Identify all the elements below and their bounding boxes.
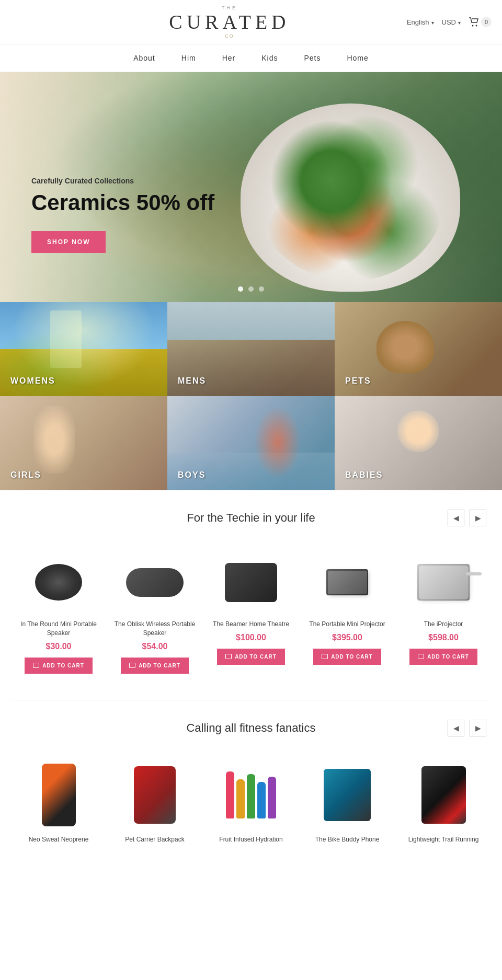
- add-to-cart-projector2[interactable]: ADD TO CART: [313, 649, 381, 665]
- add-to-cart-label-5: ADD TO CART: [427, 654, 469, 660]
- techie-next-button[interactable]: ▶: [470, 510, 486, 526]
- cart-mini-icon: [33, 663, 39, 668]
- category-mens[interactable]: MENS: [167, 302, 335, 396]
- hero-dot-2[interactable]: [248, 286, 254, 292]
- product-card-iprojector: The iProjector $598.00 ADD TO CART: [395, 546, 492, 679]
- nav-item-home[interactable]: Home: [347, 54, 368, 62]
- product-price-projector1: $100.00: [208, 633, 294, 642]
- projector1-visual: [225, 563, 277, 602]
- product-price-iprojector: $598.00: [401, 633, 486, 642]
- product-image-speaker1: [16, 551, 101, 614]
- product-price-projector2: $395.00: [304, 633, 390, 642]
- trailrunning-visual: [421, 766, 466, 824]
- category-womens[interactable]: WOMENS: [0, 302, 167, 396]
- product-card-speaker1: In The Round Mini Portable Speaker $30.0…: [10, 546, 107, 679]
- techie-products-row: In The Round Mini Portable Speaker $30.0…: [0, 535, 502, 700]
- hero-title: Ceramics 50% off: [31, 190, 214, 215]
- hero-image: [241, 103, 460, 292]
- hero-text-area: Carefully Curated Collections Ceramics 5…: [31, 177, 214, 253]
- fitness-image-neoprene: [16, 761, 101, 829]
- nav-item-about[interactable]: About: [133, 54, 155, 62]
- category-girls[interactable]: GIRLS: [0, 396, 167, 490]
- main-nav: About Him Her Kids Pets Home: [0, 44, 502, 72]
- hero-banner: Carefully Curated Collections Ceramics 5…: [0, 72, 502, 302]
- fitness-next-button[interactable]: ▶: [470, 720, 486, 736]
- logo-area: THE CURATED CO: [52, 5, 407, 39]
- logo-co: CO: [52, 33, 407, 39]
- techie-section-header: For the Techie in your life ◀ ▶: [0, 490, 502, 535]
- speaker2-visual: [126, 568, 184, 597]
- hero-dot-1[interactable]: [238, 286, 243, 292]
- nav-item-him[interactable]: Him: [181, 54, 196, 62]
- add-to-cart-iprojector[interactable]: ADD TO CART: [409, 649, 477, 665]
- category-babies[interactable]: BABIES: [335, 396, 502, 490]
- fitness-card-bikephone: The Bike Buddy Phone: [299, 756, 395, 849]
- fitness-section: Calling all fitness fanatics ◀ ▶ Neo Swe…: [0, 700, 502, 870]
- fitness-image-hydration: [208, 761, 294, 829]
- nav-item-her[interactable]: Her: [222, 54, 236, 62]
- cart-icon: [469, 17, 479, 27]
- product-card-projector2: The Portable Mini Projector $395.00 ADD …: [299, 546, 395, 679]
- fitness-section-title: Calling all fitness fanatics: [186, 721, 315, 735]
- currency-label: USD: [442, 18, 456, 26]
- fitness-section-header: Calling all fitness fanatics ◀ ▶: [0, 700, 502, 745]
- product-name-projector2: The Portable Mini Projector: [304, 620, 390, 629]
- add-to-cart-speaker1[interactable]: ADD TO CART: [25, 658, 93, 674]
- fitness-name-bikephone: The Bike Buddy Phone: [304, 835, 390, 844]
- add-to-cart-speaker2[interactable]: ADD TO CART: [121, 658, 189, 674]
- category-grid: WOMENS MENS PETS GIRLS BOYS BABIES: [0, 302, 502, 490]
- product-card-speaker2: The Oblisk Wireless Portable Speaker $54…: [107, 546, 203, 679]
- fitness-image-backpack: [112, 761, 198, 829]
- site-header: THE CURATED CO English USD 0: [0, 0, 502, 44]
- fitness-products-row: Neo Sweat Neoprene Pet Carrier Backpack …: [0, 745, 502, 870]
- shop-now-button[interactable]: SHOP NOW: [31, 231, 106, 253]
- fitness-name-trailrunning: Lightweight Trail Running: [401, 835, 486, 844]
- fitness-section-nav: ◀ ▶: [448, 720, 486, 736]
- techie-section-nav: ◀ ▶: [448, 510, 486, 526]
- add-to-cart-label-3: ADD TO CART: [235, 654, 277, 660]
- techie-prev-button[interactable]: ◀: [448, 510, 464, 526]
- category-babies-label: BABIES: [345, 470, 383, 480]
- cart-mini-icon-5: [418, 654, 424, 659]
- category-boys[interactable]: BOYS: [167, 396, 335, 490]
- fitness-card-backpack: Pet Carrier Backpack: [107, 756, 203, 849]
- fitness-image-bikephone: [304, 761, 390, 829]
- fitness-card-neoprene: Neo Sweat Neoprene: [10, 756, 107, 849]
- product-price-speaker1: $30.00: [16, 642, 101, 651]
- language-label: English: [407, 18, 429, 26]
- add-to-cart-label: ADD TO CART: [42, 663, 84, 668]
- cart-mini-icon-3: [225, 654, 232, 659]
- fitness-name-hydration: Fruit Infused Hydration: [208, 835, 294, 844]
- hydration-visual: [226, 771, 276, 818]
- currency-selector[interactable]: USD: [442, 18, 461, 26]
- category-girls-label: GIRLS: [10, 470, 41, 480]
- neoprene-visual: [42, 764, 76, 826]
- product-image-speaker2: [112, 551, 198, 614]
- svg-point-0: [472, 25, 474, 27]
- iprojector-visual: [417, 564, 470, 601]
- add-to-cart-projector1[interactable]: ADD TO CART: [217, 649, 285, 665]
- cart-button[interactable]: 0: [469, 17, 492, 27]
- product-card-projector1: The Beamer Home Theatre $100.00 ADD TO C…: [203, 546, 299, 679]
- bikephone-visual: [324, 769, 371, 821]
- category-mens-label: MENS: [178, 376, 206, 386]
- nav-item-pets[interactable]: Pets: [304, 54, 321, 62]
- language-selector[interactable]: English: [407, 18, 434, 26]
- nav-item-kids[interactable]: Kids: [261, 54, 278, 62]
- product-image-projector2: [304, 551, 390, 614]
- product-name-speaker2: The Oblisk Wireless Portable Speaker: [112, 620, 198, 638]
- category-womens-label: WOMENS: [10, 376, 55, 386]
- add-to-cart-label-2: ADD TO CART: [139, 663, 180, 668]
- category-boys-label: BOYS: [178, 470, 206, 480]
- cart-count: 0: [481, 17, 492, 27]
- fitness-prev-button[interactable]: ◀: [448, 720, 464, 736]
- category-pets[interactable]: PETS: [335, 302, 502, 396]
- fitness-name-backpack: Pet Carrier Backpack: [112, 835, 198, 844]
- product-image-projector1: [208, 551, 294, 614]
- product-name-projector1: The Beamer Home Theatre: [208, 620, 294, 629]
- product-name-iprojector: The iProjector: [401, 620, 486, 629]
- backpack-visual: [134, 766, 176, 824]
- techie-section-title: For the Techie in your life: [187, 511, 315, 525]
- hero-dot-3[interactable]: [259, 286, 264, 292]
- fitness-card-hydration: Fruit Infused Hydration: [203, 756, 299, 849]
